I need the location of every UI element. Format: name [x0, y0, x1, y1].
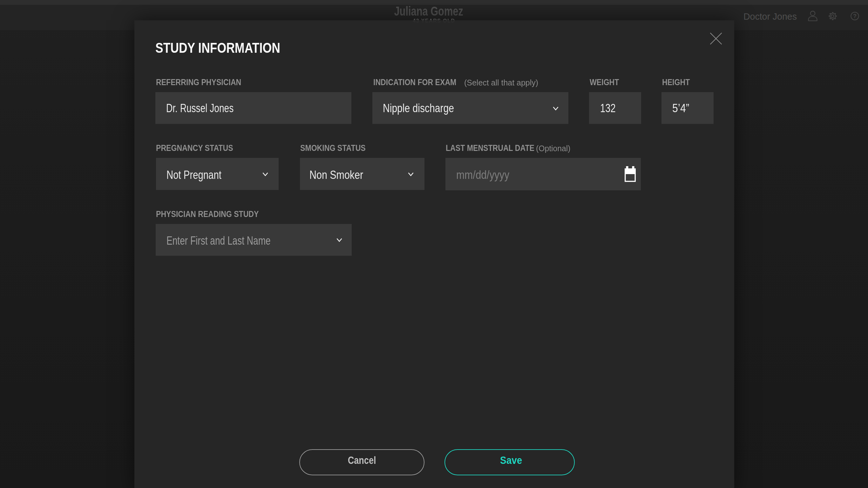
svg-text:?: ?: [853, 13, 857, 20]
